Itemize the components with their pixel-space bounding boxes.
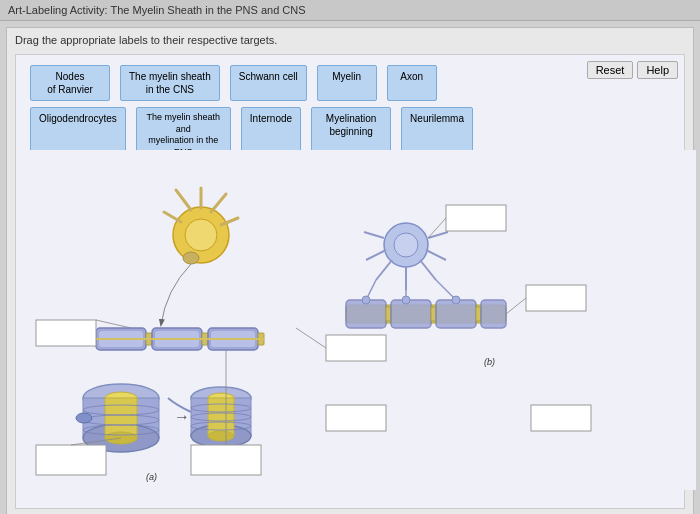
svg-point-56 <box>362 296 370 304</box>
content-area: Reset Help Nodes of Ranvier The myelin s… <box>15 54 685 509</box>
labels-row-1: Nodes of Ranvier The myelin sheath in th… <box>30 65 670 101</box>
svg-rect-64 <box>526 285 586 311</box>
svg-point-58 <box>452 296 460 304</box>
svg-rect-67 <box>446 205 506 231</box>
reset-button[interactable]: Reset <box>587 61 634 79</box>
help-button[interactable]: Help <box>637 61 678 79</box>
label-myelin[interactable]: Myelin <box>317 65 377 101</box>
label-schwann-cell[interactable]: Schwann cell <box>230 65 307 101</box>
svg-rect-65 <box>326 405 386 431</box>
svg-point-8 <box>183 252 199 264</box>
svg-rect-63 <box>326 335 386 361</box>
svg-rect-61 <box>36 445 106 475</box>
diagram-svg: → <box>16 150 696 490</box>
label-nodes-ranvier[interactable]: Nodes of Ranvier <box>30 65 110 101</box>
svg-rect-66 <box>531 405 591 431</box>
svg-point-35 <box>208 431 234 441</box>
svg-rect-55 <box>481 300 506 328</box>
svg-rect-62 <box>191 445 261 475</box>
svg-text:(a): (a) <box>146 472 157 482</box>
label-myelin-cns[interactable]: The myelin sheath in the CNS <box>120 65 220 101</box>
page-title: Art-Labeling Activity: The Myelin Sheath… <box>0 0 700 21</box>
svg-point-57 <box>402 296 410 304</box>
action-buttons: Reset Help <box>587 61 678 79</box>
svg-point-2 <box>185 219 217 251</box>
svg-point-28 <box>76 413 92 423</box>
instruction-text: Drag the appropriate labels to their res… <box>15 34 685 46</box>
diagram-area: → <box>16 150 684 508</box>
svg-rect-68 <box>36 320 96 346</box>
svg-rect-51 <box>391 300 431 328</box>
svg-point-40 <box>394 233 418 257</box>
main-container: Drag the appropriate labels to their res… <box>6 27 694 514</box>
svg-text:(b): (b) <box>484 357 495 367</box>
label-axon[interactable]: Axon <box>387 65 437 101</box>
